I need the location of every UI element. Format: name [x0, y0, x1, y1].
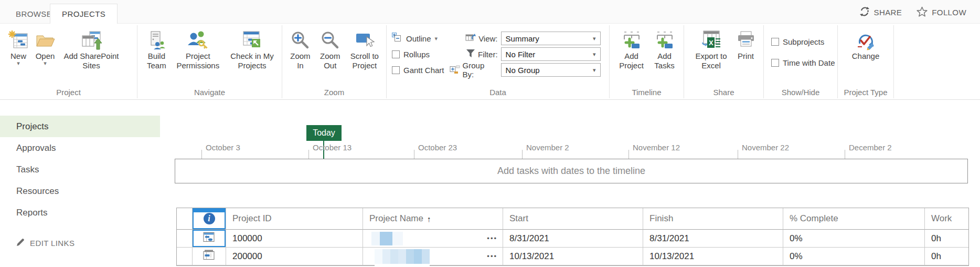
header-start[interactable]: Start [503, 208, 643, 230]
timeline-date-label: November 12 [633, 143, 680, 152]
zoom-in-button[interactable]: Zoom In [285, 28, 315, 71]
cell-start[interactable]: 10/13/2021 [503, 248, 643, 265]
group-label-navigate: Navigate [137, 88, 282, 97]
table-row: 200000 ••• 10/13/2021 10/13/2021 0% 0h [177, 248, 968, 265]
time-with-date-checkbox[interactable] [771, 59, 779, 67]
group-label-data: Data [387, 88, 609, 97]
quick-launch-sidebar: Projects Approvals Tasks Resources Repor… [0, 100, 160, 267]
rollups-label: Rollups [403, 50, 430, 59]
add-sharepoint-sites-button[interactable]: Add SharePoint Sites [59, 28, 124, 71]
rollups-checkbox-row[interactable]: Rollups [392, 46, 444, 62]
gantt-chart-checkbox[interactable] [392, 66, 400, 74]
filter-select[interactable]: No Filter ▾ [501, 47, 601, 61]
change-button[interactable]: Change [849, 28, 883, 62]
timeline-date-label: November 22 [742, 143, 789, 152]
sidebar-item-projects[interactable]: Projects [0, 116, 160, 137]
project-indicator-cell[interactable] [193, 248, 226, 265]
outline-caret-icon[interactable]: ▾ [435, 36, 438, 40]
row-ellipsis-menu[interactable]: ••• [487, 252, 497, 260]
sidebar-item-tasks[interactable]: Tasks [0, 159, 160, 180]
outline-icon [392, 33, 402, 45]
row-selector-cell[interactable] [177, 230, 193, 248]
add-tasks-label: Add Tasks [653, 52, 677, 70]
tab-projects[interactable]: PROJECTS [50, 4, 118, 24]
open-button[interactable]: Open ▾ [31, 28, 59, 71]
print-label: Print [738, 52, 754, 61]
scroll-to-project-icon [354, 29, 375, 52]
group-by-select-caret-icon: ▾ [593, 68, 596, 72]
cell-project-name[interactable]: ••• [363, 230, 503, 248]
change-label: Change [852, 52, 880, 61]
ribbon-tab-row: BROWSE PROJECTS SHARE FOLLOW [0, 0, 980, 24]
subprojects-checkbox[interactable] [771, 38, 779, 46]
sidebar-item-resources[interactable]: Resources [0, 180, 160, 202]
outline-label: Outline [406, 34, 431, 43]
sidebar-item-approvals[interactable]: Approvals [0, 137, 160, 159]
cell-work[interactable]: 0h [925, 230, 968, 248]
outline-menu-button[interactable]: Outline ▾ [392, 30, 444, 46]
check-in-my-projects-button[interactable]: Check in My Projects [225, 28, 280, 71]
gantt-chart-checkbox-row[interactable]: Gantt Chart [392, 62, 444, 78]
group-by-label: Group By: [463, 61, 498, 79]
cell-finish[interactable]: 8/31/2021 [643, 230, 783, 248]
header-percent-complete[interactable]: % Complete [783, 208, 925, 230]
new-dropdown-caret-icon[interactable]: ▾ [17, 61, 20, 65]
time-with-date-checkbox-row[interactable]: Time with Date [771, 55, 837, 70]
timeline-tick [738, 150, 738, 159]
cell-work[interactable]: 0h [925, 248, 968, 265]
project-indicator-cell[interactable] [193, 230, 226, 248]
header-project-id[interactable]: Project ID [226, 208, 363, 230]
new-button[interactable]: New ▾ [5, 28, 31, 71]
projects-grid: i Project ID Project Name ↑ Start Finish… [176, 208, 969, 266]
cell-start[interactable]: 8/31/2021 [503, 230, 643, 248]
print-button[interactable]: Print [733, 28, 759, 71]
gantt-chart-label: Gantt Chart [403, 66, 444, 75]
export-to-excel-button[interactable]: X Export to Excel [689, 28, 733, 71]
timeline-tick [414, 150, 414, 159]
view-select[interactable]: Summary ▾ [501, 32, 601, 45]
edit-links-button[interactable]: EDIT LINKS [16, 238, 74, 248]
project-type-icon [203, 231, 216, 245]
header-project-name[interactable]: Project Name ↑ [363, 208, 503, 230]
zoom-out-icon [320, 29, 340, 52]
cell-finish[interactable]: 10/13/2021 [643, 248, 783, 265]
zoom-out-button[interactable]: Zoom Out [315, 28, 345, 71]
zoom-in-label: Zoom In [289, 52, 312, 70]
new-project-icon [8, 29, 28, 52]
share-button[interactable]: SHARE [859, 6, 902, 18]
open-dropdown-caret-icon[interactable]: ▾ [44, 61, 47, 65]
export-to-excel-icon: X [700, 29, 722, 52]
header-work[interactable]: Work [925, 208, 968, 230]
project-permissions-button[interactable]: Project Permissions [172, 28, 225, 71]
add-tasks-button[interactable]: Add Tasks [649, 28, 680, 71]
row-ellipsis-menu[interactable]: ••• [487, 234, 497, 242]
project-type-icon [203, 249, 216, 263]
suite-actions: SHARE FOLLOW [859, 6, 966, 18]
cell-project-id[interactable]: 100000 [226, 230, 363, 248]
cell-project-name[interactable]: ••• [363, 248, 503, 265]
cell-project-id[interactable]: 200000 [226, 248, 363, 265]
filter-icon [466, 49, 475, 59]
info-column-header[interactable]: i [193, 208, 226, 230]
follow-label: FOLLOW [932, 8, 966, 17]
cell-percent-complete[interactable]: 0% [783, 230, 925, 248]
group-label-zoom: Zoom [282, 88, 386, 97]
group-label-timeline: Timeline [610, 88, 684, 97]
row-selector-cell[interactable] [177, 248, 193, 265]
group-by-select[interactable]: No Group ▾ [501, 63, 601, 77]
add-project-button[interactable]: Add Project [614, 28, 649, 71]
cell-percent-complete[interactable]: 0% [783, 248, 925, 265]
build-team-button[interactable]: Build Team [142, 28, 172, 71]
header-finish[interactable]: Finish [643, 208, 783, 230]
follow-star-icon [917, 6, 928, 18]
redacted-project-name [375, 249, 430, 267]
subprojects-checkbox-row[interactable]: Subprojects [771, 34, 837, 49]
sidebar-item-reports[interactable]: Reports [0, 202, 160, 223]
add-sharepoint-sites-label: Add SharePoint Sites [62, 52, 121, 70]
rollups-checkbox[interactable] [392, 50, 400, 58]
scroll-to-project-button[interactable]: Scroll to Project [345, 28, 384, 71]
timeline-tick [201, 150, 202, 159]
ribbon: New ▾ Open ▾ [0, 24, 980, 100]
info-icon: i [204, 213, 215, 224]
follow-button[interactable]: FOLLOW [917, 6, 966, 18]
